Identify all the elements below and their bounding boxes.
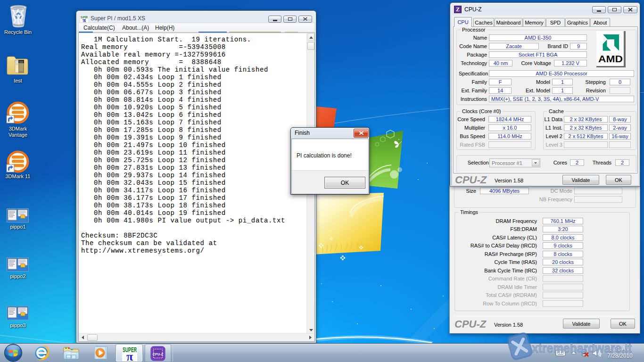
svg-text:CPU-Z: CPU-Z	[153, 353, 164, 356]
svg-text:xtremehardware.it: xtremehardware.it	[532, 341, 632, 355]
svg-text:π: π	[83, 16, 86, 23]
svg-text:AMD: AMD	[598, 54, 623, 64]
svg-text:π: π	[126, 350, 133, 361]
